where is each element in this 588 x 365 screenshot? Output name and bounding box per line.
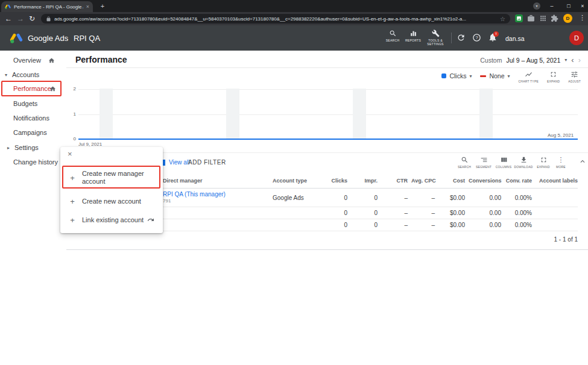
window-close-icon[interactable]: × bbox=[576, 0, 588, 12]
account-name-link[interactable]: RPI QA (This manager) bbox=[163, 191, 269, 198]
col-account-labels[interactable]: Account labels bbox=[534, 173, 578, 189]
user-email[interactable]: dan.sa bbox=[505, 35, 525, 42]
x-axis-start-label: Jul 9, 2021 bbox=[78, 142, 102, 147]
menu-item-create-account[interactable]: + Create new account bbox=[60, 194, 163, 208]
sidebar-label: Performance bbox=[13, 85, 51, 92]
extensions-puzzle-icon[interactable] bbox=[551, 14, 558, 22]
menu-item-label: Create new manager account bbox=[82, 170, 150, 186]
chart-metric-primary[interactable]: Clicks ▾ bbox=[441, 72, 472, 80]
chart-metric-secondary[interactable]: None ▾ bbox=[480, 72, 510, 80]
cell-account-labels bbox=[534, 219, 578, 231]
sidebar-section-accounts[interactable]: ▾ Accounts bbox=[0, 67, 66, 82]
close-icon[interactable]: × bbox=[68, 149, 72, 158]
more-button[interactable]: ⋮ MORE bbox=[551, 156, 571, 169]
view-all-link[interactable]: View all bbox=[169, 159, 189, 166]
sidebar-item-overview[interactable]: Overview bbox=[0, 53, 66, 67]
col-account-type[interactable]: Account type bbox=[271, 173, 329, 189]
address-bar[interactable]: ads.google.com/aw/accounts?ocid=71318078… bbox=[41, 14, 510, 23]
segment-icon bbox=[480, 156, 488, 164]
window-minimize-icon[interactable]: – bbox=[545, 0, 558, 12]
download-button[interactable]: DOWNLOAD bbox=[513, 156, 534, 169]
browser-menu-icon[interactable]: ⋮ bbox=[579, 14, 586, 22]
tab-search-icon[interactable]: ▾ bbox=[533, 2, 540, 10]
collapse-table-icon[interactable] bbox=[578, 157, 587, 166]
col-cost[interactable]: Cost bbox=[437, 173, 467, 189]
cell-cost: $0.00 bbox=[437, 219, 467, 231]
sidebar-item-change-history[interactable]: Change history bbox=[0, 155, 66, 169]
col-avg-cpc[interactable]: Avg. CPC bbox=[410, 173, 437, 189]
tools-settings-button[interactable]: TOOLS & SETTINGS bbox=[424, 30, 447, 46]
new-tab-button[interactable]: + bbox=[98, 1, 107, 11]
date-range-value[interactable]: Jul 9 – Aug 5, 2021 bbox=[506, 57, 560, 64]
browser-tab-bar: Performance - RPI QA - Google A × + ▾ – … bbox=[0, 0, 588, 12]
app-bar: Google Ads RPI QA SEARCH REPORTS TOOLS &… bbox=[0, 25, 588, 51]
tools-settings-label: TOOLS & SETTINGS bbox=[424, 39, 447, 46]
cell-ctr: – bbox=[380, 219, 410, 231]
expand-chart-button[interactable]: EXPAND bbox=[547, 70, 560, 83]
cell-conversions: 0.00 bbox=[467, 189, 504, 207]
home-icon bbox=[49, 86, 56, 92]
columns-button[interactable]: COLUMNS bbox=[493, 156, 514, 169]
user-avatar[interactable]: D bbox=[569, 31, 584, 45]
app-refresh-icon[interactable] bbox=[457, 33, 466, 42]
col-conversions[interactable]: Conversions bbox=[467, 173, 504, 189]
expand-icon bbox=[549, 70, 557, 78]
browser-reload-icon[interactable]: ↻ bbox=[29, 14, 35, 23]
reports-button[interactable]: REPORTS bbox=[404, 30, 422, 42]
menu-item-label: Link existing account bbox=[82, 216, 150, 224]
app-bar-divider bbox=[451, 33, 452, 43]
browser-profile-avatar[interactable]: D bbox=[563, 14, 572, 23]
table-search-button[interactable]: SEARCH bbox=[454, 156, 475, 169]
col-conv-rate[interactable]: Conv. rate bbox=[504, 173, 534, 189]
plus-icon: + bbox=[68, 173, 77, 182]
account-name[interactable]: RPI QA bbox=[74, 34, 100, 43]
search-icon bbox=[461, 156, 469, 164]
table-row[interactable]: RPI QA (This manager) 791 Google Ads 0 0… bbox=[154, 189, 578, 207]
col-clicks[interactable]: Clicks bbox=[329, 173, 350, 189]
google-ads-logo[interactable] bbox=[10, 32, 23, 44]
bookmark-star-icon[interactable]: ☆ bbox=[500, 16, 505, 22]
extension-apps-icon[interactable] bbox=[539, 14, 547, 22]
cell-cost: $0.00 bbox=[437, 207, 467, 219]
y-tick: 0 bbox=[68, 136, 76, 142]
tool-label: DOWNLOAD bbox=[514, 165, 533, 169]
sidebar-item-campaigns[interactable]: Campaigns bbox=[0, 125, 66, 140]
col-impr[interactable]: Impr. bbox=[350, 173, 380, 189]
adjust-button[interactable]: ADJUST bbox=[568, 70, 581, 83]
chart-type-button[interactable]: CHART TYPE bbox=[519, 70, 539, 83]
weekend-band bbox=[353, 89, 366, 139]
date-next-icon[interactable]: › bbox=[578, 55, 581, 64]
browser-tab[interactable]: Performance - RPI QA - Google A × bbox=[1, 1, 93, 12]
col-ctr[interactable]: CTR bbox=[380, 173, 410, 189]
back-icon[interactable]: ← bbox=[5, 14, 12, 23]
reports-label: REPORTS bbox=[405, 39, 421, 42]
add-filter-button[interactable]: ADD FILTER bbox=[188, 159, 226, 166]
sidebar-item-budgets[interactable]: Budgets bbox=[0, 96, 66, 111]
table-row[interactable]: 0 0 – – $0.00 0.00 0.00% bbox=[154, 207, 578, 219]
col-direct-manager[interactable]: Direct manager bbox=[154, 173, 271, 189]
help-icon[interactable] bbox=[472, 33, 481, 42]
table-row[interactable]: 0 0 – – $0.00 0.00 0.00% bbox=[154, 219, 578, 231]
extension-briefcase-icon[interactable] bbox=[527, 14, 535, 22]
menu-item-link-existing-account[interactable]: + Link existing account bbox=[60, 213, 163, 227]
cell-account-labels bbox=[534, 189, 578, 207]
tab-close-icon[interactable]: × bbox=[86, 4, 89, 10]
cell-account-type bbox=[271, 219, 329, 231]
segment-button[interactable]: SEGMENT bbox=[473, 156, 494, 169]
extension-image-icon[interactable] bbox=[515, 14, 523, 22]
weekend-band bbox=[100, 89, 113, 139]
reports-icon bbox=[409, 30, 417, 37]
download-icon bbox=[520, 156, 528, 164]
url-text[interactable]: ads.google.com/aw/accounts?ocid=71318078… bbox=[54, 16, 497, 22]
sidebar-item-performance[interactable]: Performance bbox=[0, 81, 66, 96]
sidebar-section-settings[interactable]: ▸ Settings bbox=[0, 140, 66, 155]
sidebar-item-notifications[interactable]: Notifications bbox=[0, 111, 66, 125]
forward-icon[interactable]: → bbox=[17, 14, 24, 23]
date-prev-icon[interactable]: ‹ bbox=[571, 55, 574, 64]
window-maximize-icon[interactable]: □ bbox=[562, 0, 575, 12]
date-range-picker[interactable]: Custom Jul 9 – Aug 5, 2021 ▾ ‹ › bbox=[480, 55, 581, 64]
cell-avg-cpc: – bbox=[410, 207, 437, 219]
y-tick: 1 bbox=[68, 111, 76, 117]
menu-item-create-manager-account[interactable]: + Create new manager account bbox=[60, 166, 163, 190]
search-button[interactable]: SEARCH bbox=[384, 30, 402, 42]
